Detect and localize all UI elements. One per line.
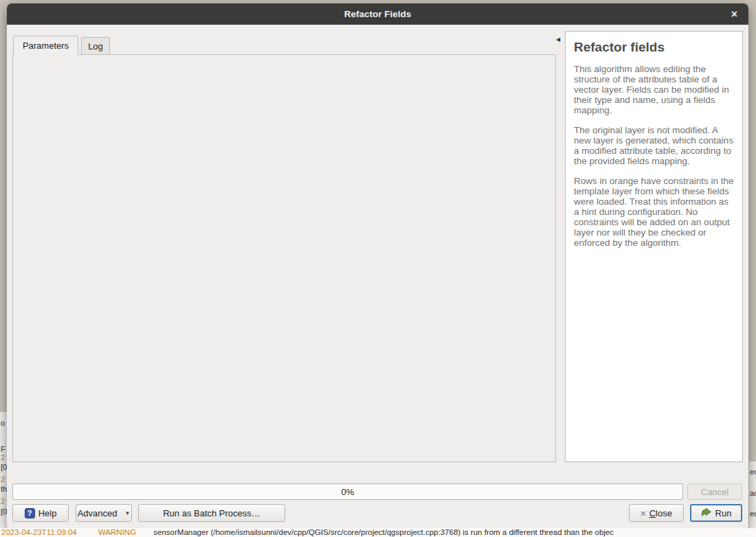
background-log-line: 2023-04-23T11:09:04 WARNING sensorManage…: [0, 528, 756, 537]
bg-fragment: ec: [750, 468, 756, 476]
tab-log[interactable]: Log: [81, 37, 110, 54]
close-x-icon: ×: [641, 508, 646, 518]
chevron-down-icon: ▼: [124, 510, 130, 516]
advanced-button[interactable]: Advanced ▼: [76, 504, 132, 522]
close-label: Close: [649, 508, 672, 518]
tab-parameters[interactable]: Parameters: [13, 36, 78, 55]
cancel-button[interactable]: Cancel: [687, 483, 742, 500]
tab-log-label: Log: [88, 41, 103, 52]
help-paragraph: The original layer is not modified. A ne…: [574, 125, 734, 166]
close-button[interactable]: × Close: [629, 504, 684, 522]
batch-process-label: Run as Batch Process…: [163, 508, 260, 518]
progress-bar: 0%: [12, 483, 683, 500]
bg-fragment: ac: [750, 489, 756, 497]
help-label: Help: [38, 508, 57, 518]
progress-text: 0%: [342, 487, 355, 497]
help-paragraph: This algorithm allows editing the struct…: [574, 64, 734, 115]
log-level: WARNING: [98, 528, 136, 536]
close-icon[interactable]: ×: [731, 3, 737, 25]
parameters-frame: [12, 54, 556, 462]
dialog-title: Refactor Fields: [344, 9, 412, 19]
help-icon: ?: [25, 508, 35, 518]
bg-fragment: ec: [750, 510, 756, 518]
cancel-label: Cancel: [701, 487, 729, 497]
advanced-label: Advanced: [78, 508, 118, 518]
batch-process-button[interactable]: Run as Batch Process…: [138, 504, 285, 522]
log-message: sensorManager (/home/ismailsunni/dev/cpp…: [153, 528, 614, 536]
run-label: Run: [715, 508, 732, 518]
help-title: Refactor fields: [574, 40, 734, 55]
run-button[interactable]: Run: [690, 504, 742, 522]
help-button[interactable]: ? Help: [12, 504, 69, 522]
log-timestamp: 2023-04-23T11:09:04: [1, 528, 77, 536]
help-panel: Refactor fields This algorithm allows ed…: [565, 31, 743, 462]
screen: o F 2 [0 2 th 2 [0 ec ac ec Refactor Fie…: [0, 0, 756, 537]
collapse-panel-icon[interactable]: ◀: [556, 36, 560, 43]
refactor-fields-dialog: Refactor Fields × Parameters Log Input l…: [7, 3, 748, 529]
tab-parameters-label: Parameters: [23, 41, 69, 51]
help-paragraph: Rows in orange have constraints in the t…: [574, 176, 734, 248]
run-icon: [701, 507, 712, 518]
titlebar[interactable]: Refactor Fields ×: [7, 3, 748, 25]
